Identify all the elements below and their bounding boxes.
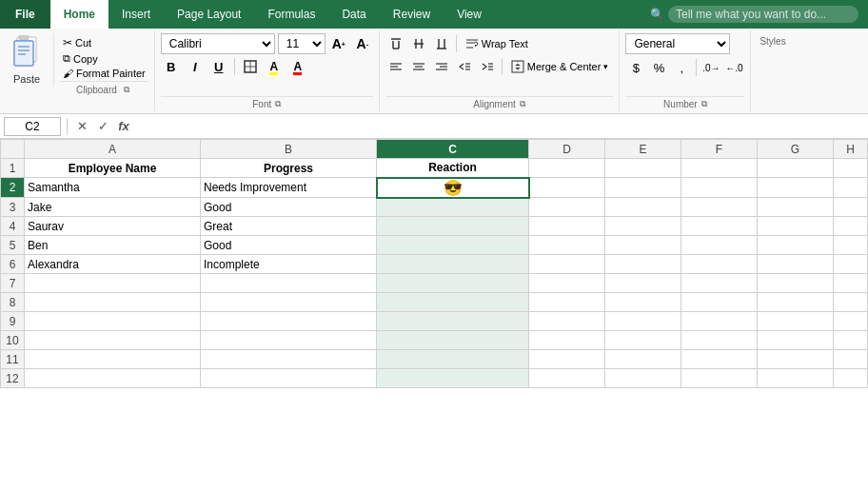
- table-cell[interactable]: Saurav: [25, 217, 201, 236]
- table-cell[interactable]: [25, 312, 201, 331]
- table-cell[interactable]: [681, 217, 758, 236]
- table-cell[interactable]: [605, 331, 681, 350]
- table-cell[interactable]: [605, 255, 681, 274]
- table-cell[interactable]: [377, 217, 529, 236]
- table-cell[interactable]: [758, 217, 834, 236]
- tell-me-input[interactable]: [668, 6, 858, 23]
- merge-center-button[interactable]: Merge & Center ▾: [506, 56, 614, 77]
- comma-button[interactable]: ,: [671, 57, 692, 78]
- bold-button[interactable]: B: [161, 56, 182, 77]
- table-cell[interactable]: [605, 293, 681, 312]
- table-cell[interactable]: [529, 312, 605, 331]
- table-cell[interactable]: [758, 369, 834, 388]
- table-cell[interactable]: [377, 331, 529, 350]
- wrap-text-button[interactable]: Wrap Text: [461, 33, 533, 54]
- table-cell[interactable]: [529, 159, 605, 178]
- table-cell[interactable]: [25, 274, 201, 293]
- table-cell[interactable]: [681, 159, 758, 178]
- number-format-select[interactable]: General: [625, 33, 730, 54]
- table-cell[interactable]: [25, 331, 201, 350]
- cell-reference-input[interactable]: [4, 117, 61, 136]
- tab-file[interactable]: File: [0, 0, 50, 29]
- table-cell[interactable]: [681, 350, 758, 369]
- underline-button[interactable]: U: [208, 56, 229, 77]
- table-cell[interactable]: [758, 178, 834, 198]
- table-cell[interactable]: [605, 178, 681, 198]
- table-cell[interactable]: [377, 312, 529, 331]
- row-number[interactable]: 10: [1, 331, 25, 350]
- table-cell[interactable]: [201, 274, 377, 293]
- table-cell[interactable]: Reaction: [377, 159, 529, 178]
- col-header-d[interactable]: D: [529, 140, 605, 159]
- decrease-indent-btn[interactable]: [454, 56, 475, 77]
- table-cell[interactable]: [834, 236, 868, 255]
- col-header-a[interactable]: A: [25, 140, 201, 159]
- table-cell[interactable]: [201, 312, 377, 331]
- table-cell[interactable]: [201, 369, 377, 388]
- col-header-c[interactable]: C: [377, 140, 529, 159]
- font-color-button[interactable]: A: [287, 56, 308, 77]
- tab-review[interactable]: Review: [380, 0, 444, 29]
- table-cell[interactable]: [681, 331, 758, 350]
- table-cell[interactable]: [605, 198, 681, 217]
- table-cell[interactable]: [834, 331, 868, 350]
- table-cell[interactable]: [605, 312, 681, 331]
- table-cell[interactable]: [377, 369, 529, 388]
- table-cell[interactable]: [201, 331, 377, 350]
- table-cell[interactable]: [681, 293, 758, 312]
- table-cell[interactable]: [201, 350, 377, 369]
- table-cell[interactable]: [529, 255, 605, 274]
- table-cell[interactable]: [758, 274, 834, 293]
- table-cell[interactable]: [758, 312, 834, 331]
- table-cell[interactable]: [681, 312, 758, 331]
- table-cell[interactable]: Progress: [201, 159, 377, 178]
- table-cell[interactable]: [681, 369, 758, 388]
- table-cell[interactable]: [201, 293, 377, 312]
- clipboard-expander[interactable]: ⧉: [121, 84, 132, 95]
- table-cell[interactable]: [834, 255, 868, 274]
- align-middle-btn[interactable]: [408, 33, 429, 54]
- row-number[interactable]: 3: [1, 198, 25, 217]
- tab-data[interactable]: Data: [328, 0, 379, 29]
- row-number[interactable]: 5: [1, 236, 25, 255]
- italic-button[interactable]: I: [185, 56, 206, 77]
- row-number[interactable]: 12: [1, 369, 25, 388]
- increase-indent-btn[interactable]: [477, 56, 498, 77]
- row-number[interactable]: 8: [1, 293, 25, 312]
- table-cell[interactable]: [377, 255, 529, 274]
- table-cell[interactable]: [377, 198, 529, 217]
- table-cell[interactable]: [834, 350, 868, 369]
- table-cell[interactable]: [758, 331, 834, 350]
- col-header-f[interactable]: F: [681, 140, 758, 159]
- table-cell[interactable]: Needs Improvement: [201, 178, 377, 198]
- table-cell[interactable]: [758, 255, 834, 274]
- tab-view[interactable]: View: [444, 0, 495, 29]
- row-number[interactable]: 1: [1, 159, 25, 178]
- table-cell[interactable]: [529, 178, 605, 198]
- fill-color-button[interactable]: A: [264, 56, 285, 77]
- table-cell[interactable]: Employee Name: [25, 159, 201, 178]
- table-cell[interactable]: [529, 293, 605, 312]
- table-cell[interactable]: Ben: [25, 236, 201, 255]
- font-name-select[interactable]: Calibri: [161, 33, 275, 54]
- table-cell[interactable]: Jake: [25, 198, 201, 217]
- formula-input[interactable]: [136, 117, 864, 136]
- table-cell[interactable]: [529, 350, 605, 369]
- tab-formulas[interactable]: Formulas: [254, 0, 328, 29]
- table-cell[interactable]: Incomplete: [201, 255, 377, 274]
- font-expander[interactable]: ⧉: [275, 99, 281, 109]
- align-left-btn[interactable]: [385, 56, 406, 77]
- tab-home[interactable]: Home: [50, 0, 108, 29]
- row-number[interactable]: 7: [1, 274, 25, 293]
- table-cell[interactable]: [377, 350, 529, 369]
- table-cell[interactable]: [758, 159, 834, 178]
- table-cell[interactable]: [529, 217, 605, 236]
- table-cell[interactable]: [605, 274, 681, 293]
- table-cell[interactable]: [681, 236, 758, 255]
- table-cell[interactable]: [605, 350, 681, 369]
- table-cell[interactable]: [529, 369, 605, 388]
- table-cell[interactable]: [605, 369, 681, 388]
- table-cell[interactable]: [834, 198, 868, 217]
- table-cell[interactable]: Great: [201, 217, 377, 236]
- table-cell[interactable]: [529, 274, 605, 293]
